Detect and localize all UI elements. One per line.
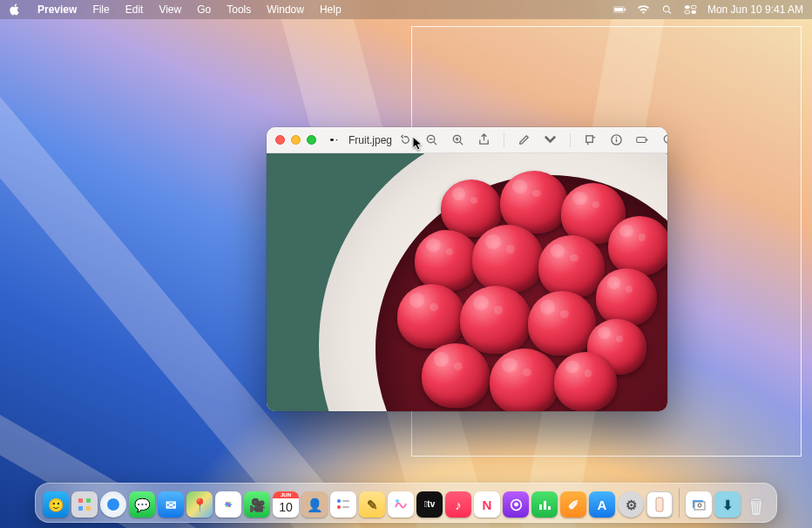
dock-news[interactable]: N xyxy=(474,491,500,518)
menu-help[interactable]: Help xyxy=(312,3,349,16)
dock-downloads[interactable]: ⬇︎ xyxy=(714,491,741,518)
dock-pages[interactable]: ✐ xyxy=(560,491,586,518)
close-button[interactable] xyxy=(275,135,285,145)
dock: 🙂 💬 ✉︎ 📍 🎥 JUN10 👤 ✎ tv ♪ N ⦿ ✐ A ⚙︎ ⬇︎ xyxy=(0,483,812,523)
dock-safari[interactable] xyxy=(100,491,126,518)
sidebar-toggle-button[interactable] xyxy=(330,138,338,143)
rotate-left-button[interactable] xyxy=(399,133,412,146)
svg-rect-7 xyxy=(685,10,690,14)
share-button[interactable] xyxy=(477,133,491,146)
menu-tools[interactable]: Tools xyxy=(219,3,259,16)
window-title: Fruit.jpeg xyxy=(348,134,392,146)
svg-rect-2 xyxy=(625,9,626,11)
svg-rect-18 xyxy=(586,136,593,143)
menubar-clock[interactable]: Mon Jun 10 9:41 AM xyxy=(707,3,803,16)
svg-rect-8 xyxy=(691,10,696,14)
dock-calendar[interactable]: JUN10 xyxy=(273,491,299,518)
markup-button[interactable] xyxy=(518,133,531,146)
dock-facetime[interactable]: 🎥 xyxy=(244,491,270,518)
zoom-in-button[interactable] xyxy=(451,133,464,146)
svg-point-42 xyxy=(396,499,399,503)
mouse-cursor-icon xyxy=(413,137,423,152)
document-image xyxy=(267,153,667,411)
svg-point-31 xyxy=(107,498,119,511)
dock-podcasts[interactable]: ⦿ xyxy=(503,491,529,518)
sidebar-icon xyxy=(330,139,334,141)
info-icon xyxy=(610,133,623,146)
svg-line-51 xyxy=(754,502,754,513)
dock-finder[interactable]: 🙂 xyxy=(43,491,69,518)
wifi-icon[interactable] xyxy=(637,4,650,15)
window-toolbar xyxy=(399,133,667,147)
minimize-button[interactable] xyxy=(291,135,301,145)
svg-rect-30 xyxy=(86,506,91,511)
zoom-button[interactable] xyxy=(307,135,316,145)
menu-app-name[interactable]: Preview xyxy=(30,3,85,16)
menu-window[interactable]: Window xyxy=(259,3,312,16)
dock-reminders[interactable] xyxy=(330,491,356,518)
search-icon xyxy=(662,133,667,146)
control-center-icon[interactable] xyxy=(684,4,697,15)
crop-button[interactable] xyxy=(584,133,597,146)
svg-point-25 xyxy=(664,135,667,142)
svg-rect-9 xyxy=(330,139,334,141)
svg-rect-29 xyxy=(78,506,83,511)
dock-photos[interactable] xyxy=(215,491,241,518)
dock-launchpad[interactable] xyxy=(71,491,98,518)
svg-point-23 xyxy=(616,137,618,139)
share-icon xyxy=(477,133,491,146)
menu-file[interactable]: File xyxy=(85,3,117,16)
svg-rect-6 xyxy=(691,5,696,9)
window-titlebar[interactable]: Fruit.jpeg xyxy=(267,127,667,153)
svg-line-12 xyxy=(434,142,436,145)
dock-mail[interactable]: ✉︎ xyxy=(158,491,184,518)
dock-appstore[interactable]: A xyxy=(589,491,615,518)
svg-rect-27 xyxy=(78,498,83,503)
menu-view[interactable]: View xyxy=(151,3,189,16)
dock-tv[interactable]: tv xyxy=(416,491,443,518)
dock-music[interactable]: ♪ xyxy=(445,491,471,518)
crop-icon xyxy=(584,133,597,146)
dock-preview-running[interactable] xyxy=(686,491,712,518)
preview-window[interactable]: Fruit.jpeg xyxy=(267,127,667,411)
svg-point-50 xyxy=(750,498,762,501)
spotlight-icon[interactable] xyxy=(660,4,673,15)
chevron-down-icon[interactable] xyxy=(544,133,557,146)
zoom-out-icon xyxy=(425,133,438,146)
svg-point-38 xyxy=(337,499,341,503)
menu-go[interactable]: Go xyxy=(189,3,219,16)
svg-rect-44 xyxy=(544,501,546,510)
svg-rect-24 xyxy=(637,138,646,143)
svg-rect-43 xyxy=(539,504,542,510)
desktop: Preview File Edit View Go Tools Window H… xyxy=(0,0,812,528)
dock-trash[interactable] xyxy=(743,491,769,518)
dock-messages[interactable]: 💬 xyxy=(129,491,155,518)
svg-rect-28 xyxy=(86,498,91,503)
svg-line-53 xyxy=(759,502,760,513)
svg-rect-45 xyxy=(548,506,551,510)
dock-notes[interactable]: ✎ xyxy=(359,491,385,518)
svg-rect-1 xyxy=(614,8,623,11)
apple-logo-icon[interactable] xyxy=(9,3,21,16)
toolbar-divider xyxy=(570,133,571,147)
window-traffic-lights xyxy=(275,135,316,145)
svg-line-4 xyxy=(668,11,671,14)
svg-rect-39 xyxy=(342,500,349,502)
dock-freeform[interactable] xyxy=(388,491,414,518)
menu-edit[interactable]: Edit xyxy=(118,3,152,16)
dock-contacts[interactable]: 👤 xyxy=(301,491,328,518)
info-button[interactable] xyxy=(610,133,623,146)
highlight-icon xyxy=(636,133,649,146)
zoom-out-button[interactable] xyxy=(425,133,438,146)
dock-separator xyxy=(679,488,680,518)
dock-iphone-mirroring[interactable] xyxy=(646,491,673,518)
svg-line-15 xyxy=(460,142,463,145)
battery-icon[interactable] xyxy=(613,4,626,15)
svg-rect-46 xyxy=(656,498,663,511)
svg-point-3 xyxy=(663,6,669,12)
dock-numbers[interactable] xyxy=(531,491,558,518)
dock-maps[interactable]: 📍 xyxy=(186,491,213,518)
dock-system-settings[interactable]: ⚙︎ xyxy=(618,491,644,518)
search-button[interactable] xyxy=(662,133,667,146)
highlight-button[interactable] xyxy=(636,133,649,146)
